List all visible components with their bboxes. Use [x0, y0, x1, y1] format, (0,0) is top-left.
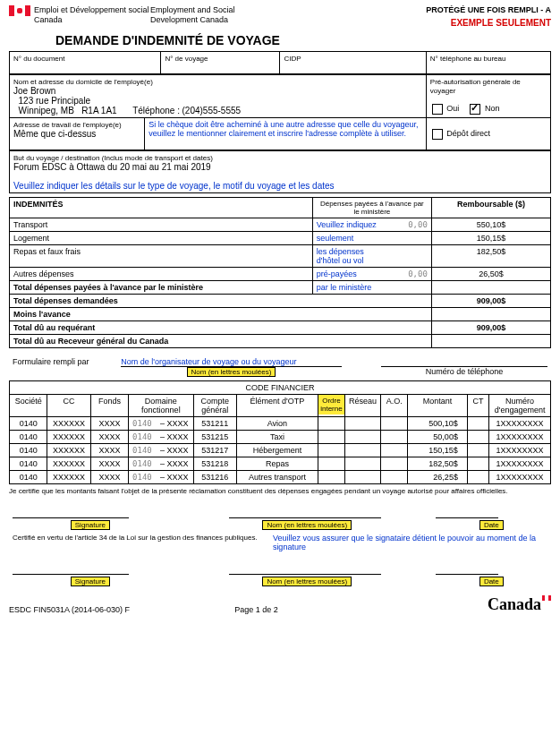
sig2-name: Nom (en lettres moulées): [262, 577, 352, 586]
depot-label: Dépôt direct: [446, 129, 490, 138]
purpose-label: But du voyage / destination (Inclus mode…: [13, 154, 213, 162]
indemn-head: INDEMNITÉS: [10, 198, 313, 218]
sig1-signature: Signature: [71, 520, 110, 530]
filler-block: Formulaire rempli par Nom de l'organisat…: [9, 355, 551, 379]
page-num: Page 1 de 2: [234, 605, 278, 614]
purpose-table: But du voyage / destination (Inclus mode…: [9, 150, 551, 193]
col-compte: Compte général: [193, 395, 236, 417]
col-societe: Société: [10, 395, 47, 417]
example-label: EXEMPLE SEULEMENT: [426, 18, 551, 28]
col-reseau: Réseau: [345, 395, 381, 417]
row-transport: Transport: [10, 218, 313, 232]
total-rec-label: Total dû au Receveur général du Canada: [10, 335, 432, 348]
sig1-date: Date: [479, 520, 504, 530]
reimb-head: Remboursable ($): [431, 198, 550, 218]
prepaid-note-1: seulement: [317, 234, 354, 243]
filler-label: Formulaire rempli par: [9, 355, 117, 379]
purpose-note: Veuillez indiquer les détails sur le typ…: [13, 181, 335, 191]
art34-text: Certifié en vertu de l'article 34 de la …: [9, 532, 269, 553]
transport-reimb: 550,10$: [431, 218, 550, 232]
total-req-label: Total dû au requérant: [10, 321, 432, 335]
prepaid-note-0: Veuillez indiquez: [317, 220, 377, 229]
col-cc: CC: [47, 395, 90, 417]
transport-pre: 0,00: [408, 220, 428, 229]
autres-reimb: 26,50$: [431, 268, 550, 281]
repas-reimb: 182,50$: [431, 245, 550, 268]
paid-head: Dépenses payées à l'avance par le minist…: [312, 198, 431, 218]
home-addr-label: Nom et adresse du domicile de l'employé(…: [13, 78, 153, 86]
phone-prefix: Téléphone :: [132, 106, 180, 115]
work-addr-label: Adresse de travail de l'employé(e): [13, 121, 122, 129]
employee-city: Winnipeg, MB R1A 1A1: [13, 106, 117, 115]
col-domaine: Domaine fonctionnel: [129, 395, 194, 417]
footer: ESDC FIN5031A (2014-06-030) F Page 1 de …: [9, 595, 551, 614]
code-title: CODE FINANCIER: [10, 381, 551, 395]
flag-icon: [9, 5, 30, 16]
name-label-yellow: Nom (en lettres moulées): [187, 367, 276, 377]
prepaid-note-5: par le ministère: [317, 283, 372, 292]
canada-wordmark: Canada: [488, 595, 551, 614]
autres-pre: 0,00: [408, 269, 428, 278]
col-montant: Montant: [408, 395, 468, 417]
total-pre-label: Total dépenses payées à l'avance par le …: [10, 281, 313, 295]
code-table: CODE FINANCIER Société CC Fonds Domaine …: [9, 380, 551, 484]
col-engagement: Numéro d'engagement: [489, 395, 551, 417]
preauth-label: Pré-autorisation générale de voyager: [430, 78, 521, 95]
header: Emploi et Développement social Canada Em…: [9, 5, 551, 28]
dept-name-en: Employment and Social Development Canada: [150, 5, 284, 25]
row-autres: Autres dépenses: [10, 268, 313, 281]
filler-phone-label: Numéro de téléphone: [381, 367, 547, 376]
voyage-label: N° de voyage: [165, 55, 208, 63]
total-req-value: 909,00$: [431, 321, 550, 335]
dept-name-fr: Emploi et Développement social Canada: [34, 5, 150, 25]
code-row: 0140XXXXXXXXXX0140– XXXX531216Autres tra…: [10, 471, 551, 484]
protected-label: PROTÉGÉ UNE FOIS REMPLI - A: [426, 5, 551, 14]
form-id: ESDC FIN5031A (2014-06-030) F: [9, 605, 130, 614]
code-row: 0140XXXXXXXXXX0140– XXXX531218Repas182,5…: [10, 457, 551, 471]
purpose-value: Forum EDSC à Ottawa du 20 mai au 21 mai …: [13, 162, 211, 172]
code-row: 0140XXXXXXXXXX0140– XXXX531215Taxi50,00$…: [10, 431, 551, 444]
top-info-table: N° du document N° de voyage CIDP N° télé…: [9, 51, 551, 74]
code-row: 0140XXXXXXXXXX0140– XXXX531211Avion500,1…: [10, 417, 551, 431]
employee-street: 123 rue Principale: [13, 96, 90, 106]
col-ct: CT: [467, 395, 488, 417]
col-ordre: Ordre interne: [318, 395, 344, 415]
code-row: 0140XXXXXXXXXX0140– XXXX531217Hébergemen…: [10, 444, 551, 457]
total-demand-value: 909,00$: [431, 295, 550, 308]
cheque-note: Si le chèque doit être acheminé à une au…: [145, 118, 427, 150]
oui-label: Oui: [446, 104, 459, 113]
flag-mini-icon: [542, 595, 551, 601]
checkbox-oui[interactable]: [432, 104, 443, 115]
logement-reimb: 150,15$: [431, 232, 550, 245]
col-fonds: Fonds: [90, 395, 128, 417]
sign-row-2: Signature Nom (en lettres moulées) Date: [9, 566, 551, 588]
employee-name: Joe Brown: [13, 86, 55, 96]
sig2-signature: Signature: [71, 577, 110, 586]
checkbox-non[interactable]: [470, 104, 480, 115]
checkbox-depot[interactable]: [432, 129, 443, 140]
moins-label: Moins l'avance: [10, 308, 432, 321]
prepaid-note-4: pré-payées: [317, 269, 357, 278]
col-element: Élément d'OTP: [237, 395, 318, 417]
signer-warning: Veuillez vous assurer que le signataire …: [269, 532, 551, 553]
cidp-label: CIDP: [284, 55, 301, 63]
non-label: Non: [485, 104, 500, 113]
total-demand-label: Total dépenses demandées: [10, 295, 432, 308]
doc-label: N° du document: [13, 55, 64, 63]
office-phone-label: N° téléphone au bureau: [430, 55, 506, 63]
indemn-table: INDEMNITÉS Dépenses payées à l'avance pa…: [9, 197, 551, 348]
art34-row: Certifié en vertu de l'article 34 de la …: [9, 532, 551, 553]
cert-line: Je certifie que les montants faisant l'o…: [9, 487, 551, 495]
col-ao: A.O.: [381, 395, 408, 417]
sig1-name: Nom (en lettres moulées): [262, 520, 352, 530]
page-title: DEMANDE D'INDEMNITÉ DE VOYAGE: [55, 33, 551, 47]
row-repas: Repas et faux frais: [10, 245, 313, 268]
prepaid-note-2: les dépenses: [317, 247, 364, 256]
filler-note: Nom de l'organisateur de voyage ou du vo…: [121, 357, 342, 367]
row-logement: Logement: [10, 232, 313, 245]
work-addr-value: Même que ci-dessus: [13, 129, 96, 139]
employee-phone: (204)555-5555: [182, 106, 241, 115]
prepaid-note-3: d'hôtel ou vol: [317, 256, 364, 265]
sig2-date: Date: [479, 577, 504, 586]
sign-row-1: Signature Nom (en lettres moulées) Date: [9, 509, 551, 532]
